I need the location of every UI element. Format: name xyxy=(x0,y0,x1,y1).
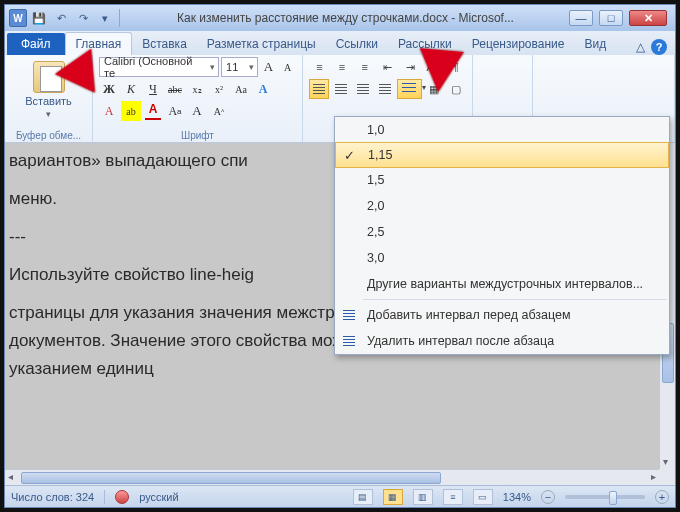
zoom-in-button[interactable]: + xyxy=(655,490,669,504)
tab-home[interactable]: Главная xyxy=(65,32,133,55)
subscript-button[interactable]: x₂ xyxy=(187,79,207,99)
view-web-layout[interactable]: ▥ xyxy=(413,489,433,505)
remove-space-after[interactable]: Удалить интервал после абзаца xyxy=(335,328,669,354)
ribbon-tabs: Файл Главная Вставка Разметка страницы С… xyxy=(5,31,675,55)
add-space-before[interactable]: Добавить интервал перед абзацем xyxy=(335,302,669,328)
ribbon-collapse-icon[interactable]: △ xyxy=(636,40,645,54)
scroll-corner xyxy=(659,469,675,485)
font-color-button[interactable]: A xyxy=(143,101,163,121)
highlight-button[interactable]: ab xyxy=(121,101,141,121)
numbering-button[interactable]: ≡ xyxy=(332,57,353,77)
maximize-button[interactable]: □ xyxy=(599,10,623,26)
minimize-button[interactable]: — xyxy=(569,10,593,26)
language-icon xyxy=(115,490,129,504)
zoom-out-button[interactable]: − xyxy=(541,490,555,504)
status-bar: Число слов: 324 русский ▤ ▦ ▥ ≡ ▭ 134% −… xyxy=(5,485,675,507)
multilevel-button[interactable]: ≡ xyxy=(354,57,375,77)
italic-button[interactable]: К xyxy=(121,79,141,99)
line-spacing-icon xyxy=(402,83,416,95)
clear-formatting-button[interactable]: A xyxy=(99,101,119,121)
line-spacing-option[interactable]: 2,5 xyxy=(335,219,669,245)
align-left-button[interactable] xyxy=(309,79,329,99)
line-spacing-more[interactable]: Другие варианты междустрочных интервалов… xyxy=(335,271,669,297)
view-print-layout[interactable]: ▤ xyxy=(353,489,373,505)
tab-view[interactable]: Вид xyxy=(574,33,616,55)
change-case-button[interactable]: Aa xyxy=(231,79,251,99)
window-title: Как изменить расстояние между строчками.… xyxy=(122,11,569,25)
language-button[interactable]: русский xyxy=(139,491,178,503)
underline-button[interactable]: Ч xyxy=(143,79,163,99)
group-font: Calibri (Основной те 11 A A Ж К Ч abc x₂… xyxy=(93,55,303,142)
font-size-combo[interactable]: 11 xyxy=(221,57,258,77)
zoom-slider[interactable] xyxy=(565,495,645,499)
word-count[interactable]: Число слов: 324 xyxy=(11,491,94,503)
enclose-char-button[interactable]: A^ xyxy=(209,101,229,121)
line-spacing-option[interactable]: 1,5 xyxy=(335,167,669,193)
line-spacing-option[interactable]: 2,0 xyxy=(335,193,669,219)
view-draft[interactable]: ▭ xyxy=(473,489,493,505)
align-right-button[interactable] xyxy=(353,79,373,99)
align-center-button[interactable] xyxy=(331,79,351,99)
line-spacing-menu: 1,0 ✓1,15 1,5 2,0 2,5 3,0 Другие вариант… xyxy=(334,116,670,355)
redo-icon[interactable]: ↷ xyxy=(73,8,93,28)
app-icon[interactable]: W xyxy=(9,9,27,27)
tab-file[interactable]: Файл xyxy=(7,33,65,55)
undo-icon[interactable]: ↶ xyxy=(51,8,71,28)
annotation-arrow xyxy=(416,48,463,94)
char-border-button[interactable]: Aa xyxy=(165,101,185,121)
view-full-screen[interactable]: ▦ xyxy=(383,489,403,505)
text-effects-button[interactable]: A xyxy=(253,79,273,99)
font-name-combo[interactable]: Calibri (Основной те xyxy=(99,57,219,77)
shrink-font-button[interactable]: A xyxy=(279,57,296,77)
save-icon[interactable]: 💾 xyxy=(29,8,49,28)
close-button[interactable]: ✕ xyxy=(629,10,667,26)
tab-review[interactable]: Рецензирование xyxy=(462,33,575,55)
superscript-button[interactable]: x² xyxy=(209,79,229,99)
view-outline[interactable]: ≡ xyxy=(443,489,463,505)
scroll-thumb[interactable] xyxy=(21,472,441,484)
quick-access-toolbar: W 💾 ↶ ↷ ▾ xyxy=(5,8,122,28)
decrease-indent-button[interactable]: ⇤ xyxy=(377,57,398,77)
tab-page-layout[interactable]: Разметка страницы xyxy=(197,33,326,55)
qat-customize-icon[interactable]: ▾ xyxy=(95,8,115,28)
space-before-icon xyxy=(341,307,357,323)
horizontal-scrollbar[interactable] xyxy=(5,469,659,485)
line-spacing-option[interactable]: 1,0 xyxy=(335,117,669,143)
line-spacing-option[interactable]: ✓1,15 xyxy=(335,142,669,168)
zoom-level[interactable]: 134% xyxy=(503,491,531,503)
strikethrough-button[interactable]: abc xyxy=(165,79,185,99)
grow-font-button[interactable]: A xyxy=(260,57,277,77)
justify-button[interactable] xyxy=(375,79,395,99)
help-icon[interactable]: ? xyxy=(651,39,667,55)
bullets-button[interactable]: ≡ xyxy=(309,57,330,77)
tab-insert[interactable]: Вставка xyxy=(132,33,197,55)
char-shading-button[interactable]: A xyxy=(187,101,207,121)
space-after-icon xyxy=(341,333,357,349)
title-bar: W 💾 ↶ ↷ ▾ Как изменить расстояние между … xyxy=(5,5,675,31)
tab-references[interactable]: Ссылки xyxy=(326,33,388,55)
line-spacing-option[interactable]: 3,0 xyxy=(335,245,669,271)
check-icon: ✓ xyxy=(344,148,355,163)
